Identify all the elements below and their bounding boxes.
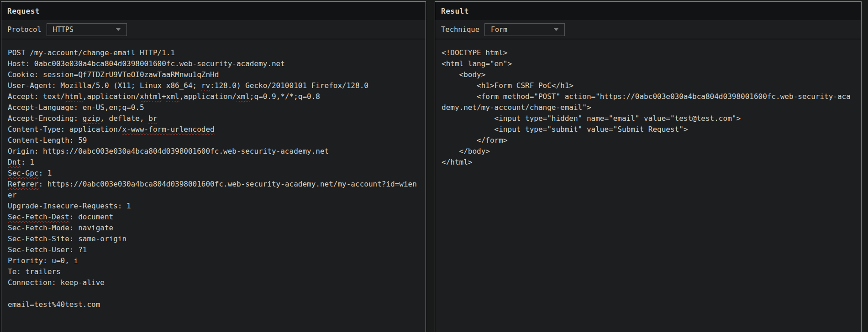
- misspelled-word: xhtml: [140, 92, 162, 101]
- misspelled-word: x-www-form-urlencoded: [122, 125, 214, 134]
- request-panel-header: Request: [1, 2, 426, 20]
- code-line: <input type="submit" value="Submit Reque…: [442, 124, 854, 135]
- misspelled-word: rv: [201, 81, 210, 90]
- code-line: </body>: [442, 146, 854, 157]
- code-line: Cookie: session=Qf7TDZrU9VTeOI0zawTaaRMn…: [8, 69, 418, 80]
- code-line: User-Agent: Mozilla/5.0 (X11; Linux x86_…: [8, 80, 418, 91]
- code-line: Origin: https://0abc003e030a4bca804d0398…: [8, 146, 418, 157]
- code-line: <body>: [442, 69, 854, 80]
- result-panel: Result Technique Form <!DOCTYPE html><ht…: [435, 1, 862, 332]
- code-line: Accept-Language: en-US,en;q=0.5: [8, 102, 418, 113]
- code-line: [8, 288, 418, 299]
- code-line: Te: trailers: [8, 266, 418, 277]
- code-line: </html>: [442, 157, 854, 168]
- technique-label: Technique: [441, 26, 479, 34]
- code-line: Sec-Gpc: 1: [8, 168, 418, 179]
- misspelled-word: Dnt: [8, 158, 21, 166]
- code-line: Sec-Fetch-Mode: navigate: [8, 223, 418, 233]
- misspelled-word: Sec-Gpc: [8, 169, 38, 177]
- misspelled-word: xml: [237, 92, 250, 101]
- code-line: Content-Type: application/x-www-form-url…: [8, 124, 418, 135]
- code-line: Accept-Encoding: gzip, deflate, br: [8, 113, 418, 124]
- request-editor[interactable]: POST /my-account/change-email HTTP/1.1Ho…: [1, 39, 426, 318]
- code-line: Upgrade-Insecure-Requests: 1: [8, 201, 418, 212]
- misspelled-word: xml: [166, 92, 179, 101]
- code-line: <html lang="en">: [442, 58, 854, 69]
- code-line: <input type="hidden" name="email" value=…: [442, 113, 854, 124]
- code-line: Priority: u=0, i: [8, 255, 418, 266]
- code-line: </form>: [442, 135, 854, 146]
- result-viewer[interactable]: <!DOCTYPE html><html lang="en"> <body> <…: [435, 39, 861, 176]
- code-line: Sec-Fetch-Site: same-origin: [8, 233, 418, 244]
- code-line: Sec-Fetch-Dest: document: [8, 212, 418, 223]
- code-line: Referer: https://0abc003e030a4bca804d039…: [8, 179, 418, 201]
- result-panel-title: Result: [441, 7, 469, 16]
- protocol-select[interactable]: HTTPS: [47, 23, 127, 36]
- code-line: Dnt: 1: [8, 157, 418, 168]
- request-toolbar: Protocol HTTPS: [1, 20, 426, 39]
- code-line: Connection: keep-alive: [8, 277, 418, 288]
- request-panel: Request Protocol HTTPS POST /my-account/…: [1, 1, 426, 332]
- protocol-label: Protocol: [7, 26, 42, 34]
- code-line: Accept: text/html,application/xhtml+xml,…: [8, 91, 418, 102]
- technique-selected-value: Form: [491, 26, 507, 34]
- misspelled-word: Sec-Fetch-Dest: [8, 213, 69, 221]
- code-line: email=test%40test.com: [8, 299, 418, 310]
- result-toolbar: Technique Form: [435, 20, 861, 39]
- code-line: Sec-Fetch-User: ?1: [8, 244, 418, 255]
- code-line: <form method="POST" action="https://0abc…: [442, 91, 854, 113]
- code-line: <!DOCTYPE html>: [442, 47, 854, 58]
- code-line: Content-Length: 59: [8, 135, 418, 146]
- code-line: <h1>Form CSRF PoC</h1>: [442, 80, 854, 91]
- misspelled-word: Referer: [8, 180, 38, 188]
- misspelled-word: html: [65, 92, 83, 101]
- result-panel-header: Result: [435, 2, 861, 20]
- protocol-selected-value: HTTPS: [53, 26, 74, 34]
- technique-select[interactable]: Form: [484, 23, 565, 36]
- request-panel-title: Request: [7, 7, 40, 16]
- chevron-down-icon: [554, 28, 558, 31]
- misspelled-word: gzip: [83, 114, 100, 123]
- code-line: Host: 0abc003e030a4bca804d0398001600fc.w…: [8, 58, 418, 69]
- code-line: POST /my-account/change-email HTTP/1.1: [8, 47, 418, 58]
- misspelled-word: br: [148, 114, 157, 123]
- chevron-down-icon: [116, 28, 121, 31]
